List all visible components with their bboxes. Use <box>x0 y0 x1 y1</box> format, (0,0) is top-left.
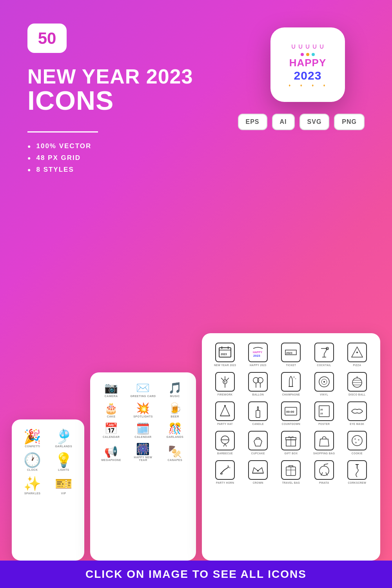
svg-text:✦: ✦ <box>223 380 226 384</box>
icon-label: SPOTLIGHTS <box>133 415 153 418</box>
list-item: 📅 CALENDAR <box>96 421 126 440</box>
icon-label: CONFETTI <box>25 445 40 448</box>
list-item: COOKIE <box>342 429 372 456</box>
svg-line-42 <box>223 444 225 446</box>
happy-new-year-icon: 🎆 <box>136 444 150 455</box>
firework-icon: ✦ <box>215 372 235 392</box>
icon-label: LIGHTS <box>58 468 69 471</box>
countdown-icon: 00:00 <box>281 401 301 421</box>
list-item: 🎊 GARLANDS <box>160 421 190 440</box>
left-icon-panel: 🎉 CONFETTI 🎐 GARLANDS 🕐 CLOCK 💡 LIGHTS ✨… <box>12 419 84 561</box>
list-item: ✦ FIREWORK <box>210 370 240 397</box>
icon-label: HAPPY 2023 <box>250 364 267 367</box>
list-item: PIZZA <box>342 341 372 368</box>
poster-icon: 20 23 <box>314 401 334 421</box>
barbecue-icon <box>215 431 235 450</box>
icon-label: PINATA <box>319 481 329 484</box>
pizza-icon <box>347 343 367 362</box>
list-item: PARTY HAT <box>210 400 240 427</box>
list-item: CROWN <box>243 459 273 486</box>
icon-label: CALENDAR <box>103 436 120 438</box>
candle-icon <box>248 401 268 421</box>
canapes-icon: 🍢 <box>168 446 182 457</box>
camera-icon: 📷 <box>104 383 118 394</box>
icon-label: COOKIE <box>352 452 363 455</box>
format-ai: AI <box>272 114 295 130</box>
svg-text:2023: 2023 <box>286 352 292 354</box>
list-item: SHOPPING BAG <box>309 429 339 456</box>
svg-point-54 <box>257 470 259 472</box>
new-year-2023-icon: 2023 <box>215 343 235 362</box>
pinata-icon <box>314 460 334 480</box>
list-item: 💡 LIGHTS <box>49 451 79 473</box>
list-item: 20 23 POSTER <box>309 400 339 427</box>
garlands-icon: 🎐 <box>55 430 73 444</box>
svg-point-23 <box>295 378 296 379</box>
icon-label: MEGAPHONE <box>101 459 121 461</box>
list-item: 2023 NEW YEAR 2023 <box>210 341 240 368</box>
svg-line-60 <box>324 464 328 465</box>
list-item: 🍢 CANAPES <box>160 441 190 463</box>
cocktail-icon <box>314 343 334 362</box>
svg-text:00:00: 00:00 <box>286 410 294 414</box>
icon-label: VIP <box>61 492 66 495</box>
vip-icon: 🎫 <box>55 477 73 491</box>
icon-label: EYE MASK <box>350 423 364 425</box>
vinyl-icon <box>314 372 334 392</box>
lights-icon: 💡 <box>55 453 73 467</box>
list-item: DISCO BALL <box>342 370 372 397</box>
travel-bag-icon <box>281 460 301 480</box>
icon-label: GREETING CARD <box>130 395 156 397</box>
icon-label: CUPCAKE <box>251 452 265 455</box>
icon-label: PARTY HAT <box>217 423 233 425</box>
icon-label: PIZZA <box>353 364 361 367</box>
beer-icon: 🍺 <box>168 403 182 414</box>
list-item: 🎉 CONFETTI <box>18 427 47 449</box>
list-item: 🗓️ CALENDAR <box>128 421 158 440</box>
list-item: 2023 TICKET <box>276 341 306 368</box>
divider <box>27 131 98 132</box>
icon-label: TRAVEL BAG <box>282 481 300 484</box>
list-item: GIFT BOX <box>276 429 306 456</box>
party-hat-icon <box>215 401 235 421</box>
icon-label: COUNTDOWN <box>282 423 300 425</box>
feature-item: 48 PX GRID <box>27 154 365 162</box>
features-list: 100% VECTOR 48 PX GRID 8 STYLES <box>27 142 365 174</box>
svg-text:2023: 2023 <box>253 354 260 358</box>
balloon-icon <box>248 372 268 392</box>
svg-point-58 <box>319 466 329 475</box>
icon-label: NEW YEAR 2023 <box>214 364 236 367</box>
list-item: BALLON <box>243 370 273 397</box>
list-item: COCKTAIL <box>309 341 339 368</box>
calendar-dec-icon: 📅 <box>104 423 118 434</box>
hero-icon: ∪ ∪ ∪ ∪ ∪ HAPPY 2023 ♦ ♦ ♦ ♦ <box>270 27 345 102</box>
icon-count-badge: 50 <box>27 24 67 53</box>
svg-rect-34 <box>256 410 260 417</box>
top-section: 50 NEW YEAR 2023 ICONS 100% VECTOR 48 PX… <box>0 0 392 337</box>
calendar-jan-icon: 🗓️ <box>136 423 150 434</box>
crown-icon <box>248 460 268 480</box>
icon-label: BEER <box>171 415 179 418</box>
icon-label: CHAMPAGNE <box>282 393 300 396</box>
icon-label: BALLON <box>252 393 264 396</box>
svg-line-43 <box>225 444 227 446</box>
clock-icon: 🕐 <box>24 453 41 467</box>
disco-ball-icon <box>347 372 367 392</box>
icon-label: BARBECUE <box>217 452 233 455</box>
svg-point-17 <box>253 377 259 383</box>
garlands2-icon: 🎊 <box>168 423 182 434</box>
svg-rect-0 <box>219 348 231 357</box>
svg-point-50 <box>355 442 357 443</box>
shopping-bag-icon <box>314 431 334 450</box>
list-item: 📷 CAMERA <box>96 380 126 399</box>
list-item: ✉️ GREETING CARD <box>128 380 158 399</box>
svg-text:23: 23 <box>320 412 323 415</box>
party-horn-icon <box>215 460 235 480</box>
format-svg: SVG <box>299 114 330 130</box>
cookie-icon <box>347 431 367 450</box>
garland-decoration: ∪ ∪ ∪ ∪ ∪ <box>289 42 327 51</box>
icon-label: SPARKLES <box>24 492 41 495</box>
list-item: PINATA <box>309 459 339 486</box>
cta-bar[interactable]: CLICK ON IMAGE TO SEE ALL ICONS <box>0 561 392 588</box>
icon-label: CALENDAR <box>134 436 151 438</box>
